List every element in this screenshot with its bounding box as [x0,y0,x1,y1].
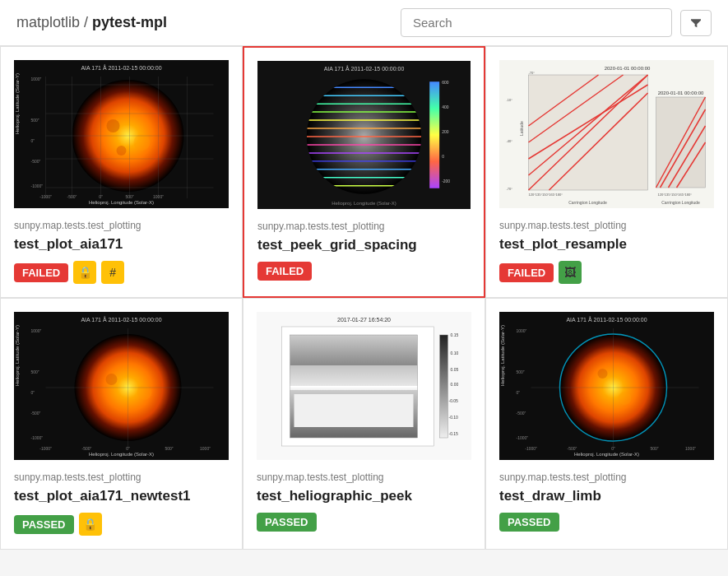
card-badges-2: FAILED [257,262,471,281]
svg-text:-1000″: -1000″ [31,435,44,440]
svg-text:500″: 500″ [125,194,133,199]
status-badge-6: PASSED [499,513,559,532]
card-badges-3: FAILED 🖼 [499,261,714,284]
lock-icon-1: 🔒 [73,261,96,284]
svg-text:-0.15: -0.15 [449,431,459,436]
status-badge-5: PASSED [257,513,317,532]
svg-text:1000″: 1000″ [31,77,42,81]
svg-text:-500″: -500″ [31,159,41,164]
svg-text:-40°: -40° [507,139,513,143]
svg-text:120°135°150°165°180°: 120°135°150°165°180° [658,193,693,197]
card-image-4: AIA 171 Å 2011-02-15 00:00:00 Helioproj.… [14,312,229,460]
svg-text:AIA 171 Å 2011-02-15 00:00:00: AIA 171 Å 2011-02-15 00:00:00 [81,316,161,323]
filter-button[interactable] [680,10,712,36]
svg-point-10 [134,134,151,151]
header-right [401,8,712,37]
svg-text:-1000″: -1000″ [39,194,52,199]
card-grid: AIA 171 Å 2011-02-15 00:00:00 Helioproj.… [0,46,728,550]
card-image-3: 2020-01-01 00:00:00 2020-01-01 00:00:00 [499,60,714,208]
card-badges-1: FAILED 🔒 # [14,261,229,284]
card-test-heliographic-peek: 2017-01-27 16:54:20 [243,298,485,550]
svg-text:0″: 0″ [31,390,35,395]
card-meta-2: sunpy.map.tests.test_plotting [257,221,471,232]
svg-text:Helioproj. Latitude (Solar-Y): Helioproj. Latitude (Solar-Y) [15,73,20,134]
search-input[interactable] [401,8,672,37]
status-badge-2: FAILED [257,262,312,281]
svg-text:-1000″: -1000″ [525,446,537,451]
svg-text:Helioproj. Longitude (Solar-X): Helioproj. Longitude (Solar-X) [89,200,154,205]
svg-text:2017-01-27 16:54:20: 2017-01-27 16:54:20 [337,317,391,323]
svg-text:-500″: -500″ [31,411,41,416]
lock-icon-4: 🔒 [79,513,102,536]
svg-text:0.05: 0.05 [451,367,459,372]
svg-text:-500″: -500″ [517,411,526,416]
plot-svg-6: AIA 171 Å 2011-02-15 00:00:00 Helioproj.… [499,312,714,460]
svg-text:1000″: 1000″ [31,328,42,333]
card-title-5: test_heliographic_peek [257,488,471,504]
svg-text:0.15: 0.15 [451,332,459,337]
svg-text:-70°: -70° [529,71,536,75]
svg-text:500″: 500″ [650,446,658,451]
card-test-draw-limb: AIA 171 Å 2011-02-15 00:00:00 Helioproj.… [485,298,728,550]
svg-text:-70°: -70° [507,187,513,191]
svg-text:200: 200 [442,129,449,134]
hash-icon-1: # [101,261,124,284]
breadcrumb: matplotlib / pytest-mpl [16,14,167,31]
svg-text:-500″: -500″ [67,194,77,199]
svg-text:1000″: 1000″ [685,446,696,451]
svg-text:500″: 500″ [31,369,39,374]
svg-text:-500″: -500″ [82,446,92,451]
filter-icon [689,16,702,30]
card-title-4: test_plot_aia171_newtest1 [14,488,229,504]
svg-text:500″: 500″ [31,118,39,123]
svg-point-113 [619,392,632,405]
svg-text:AIA 171 Å 2011-02-15 00:00:00: AIA 171 Å 2011-02-15 00:00:00 [81,64,161,71]
svg-text:-500″: -500″ [568,446,577,451]
svg-rect-97 [294,394,414,427]
svg-text:-200: -200 [442,179,450,183]
card-meta-3: sunpy.map.tests.test_plotting [499,220,714,231]
breadcrumb-prefix: matplotlib / [16,14,92,30]
card-image-1: AIA 171 Å 2011-02-15 00:00:00 Helioproj.… [14,60,229,208]
app-container: matplotlib / pytest-mpl AIA 171 Å 2011-0… [0,0,728,550]
svg-text:Helioproj. Longitude (Solar-X): Helioproj. Longitude (Solar-X) [574,452,639,457]
svg-text:-10°: -10° [507,98,513,102]
svg-point-11 [117,146,127,156]
plot-svg-5: 2017-01-27 16:54:20 [257,312,471,460]
card-title-1: test_plot_aia171 [14,236,229,253]
svg-text:-0.05: -0.05 [449,398,459,403]
svg-text:600: 600 [442,80,449,85]
svg-text:Carrington Longitude: Carrington Longitude [568,200,607,205]
svg-text:1000″: 1000″ [200,446,211,451]
svg-text:1000″: 1000″ [153,194,164,199]
svg-text:-1000″: -1000″ [39,446,52,451]
card-meta-4: sunpy.map.tests.test_plotting [14,471,229,483]
svg-text:Helioproj. Longitude (Solar-X): Helioproj. Longitude (Solar-X) [332,201,396,206]
svg-point-9 [107,119,120,132]
card-image-6: AIA 171 Å 2011-02-15 00:00:00 Helioproj.… [499,312,714,460]
svg-text:1000″: 1000″ [517,328,527,333]
card-badges-4: PASSED 🔒 [14,513,229,536]
svg-text:400: 400 [442,105,449,109]
breadcrumb-bold: pytest-mpl [92,14,167,30]
plot-svg-2: AIA 171 Å 2011-02-15 00:00:00 [257,61,471,209]
svg-rect-44 [429,81,439,188]
status-badge-1: FAILED [14,263,68,282]
card-image-2: AIA 171 Å 2011-02-15 00:00:00 [257,61,471,209]
svg-text:AIA 171 Å 2011-02-15 00:00:00: AIA 171 Å 2011-02-15 00:00:00 [566,316,647,323]
svg-point-112 [598,369,608,379]
svg-rect-99 [440,335,448,438]
card-test-plot-resample: 2020-01-01 00:00:00 2020-01-01 00:00:00 [485,46,728,298]
svg-text:500″: 500″ [517,369,525,374]
svg-text:Helioproj. Longitude (Solar-X): Helioproj. Longitude (Solar-X) [89,452,154,457]
svg-text:0: 0 [442,154,444,159]
svg-point-78 [106,374,118,385]
card-test-peek-grid-spacing: AIA 171 Å 2011-02-15 00:00:00 [243,46,485,298]
card-image-5: 2017-01-27 16:54:20 [257,312,471,460]
svg-text:Helioproj. Latitude (Solar-Y): Helioproj. Latitude (Solar-Y) [500,325,505,386]
svg-text:0″: 0″ [31,138,35,143]
status-badge-4: PASSED [14,515,74,534]
svg-text:500″: 500″ [165,446,173,451]
svg-text:0″: 0″ [99,194,103,199]
svg-text:AIA 171 Å 2011-02-15 00:00:00: AIA 171 Å 2011-02-15 00:00:00 [324,65,405,72]
